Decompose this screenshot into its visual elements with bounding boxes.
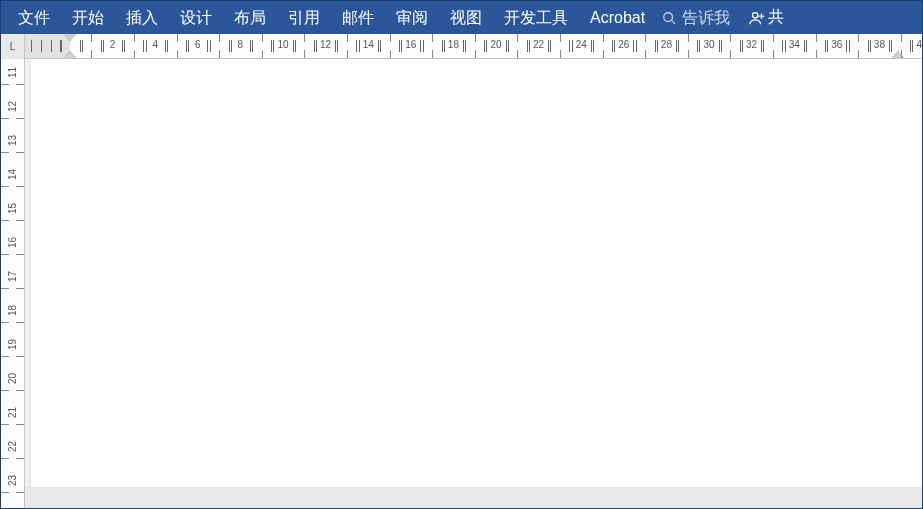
workspace: L 11121314151617181920212223 24681012141… (1, 34, 922, 509)
below-page-gap (25, 487, 922, 509)
vruler-number: 15 (7, 197, 18, 220)
vertical-ruler[interactable]: 11121314151617181920212223 (1, 59, 25, 509)
ruler-corner[interactable]: L (1, 34, 25, 59)
vruler-number: 18 (7, 299, 18, 322)
hruler-number: 26 (618, 39, 629, 50)
tab-developer[interactable]: 开发工具 (493, 1, 579, 34)
hruler-number: 22 (533, 39, 544, 50)
svg-point-2 (753, 12, 758, 17)
horizontal-ruler[interactable]: 246810121416182022242628303234363840 (25, 34, 922, 59)
person-plus-icon (748, 9, 766, 27)
document-page[interactable] (31, 59, 922, 487)
vruler-number: 20 (7, 367, 18, 390)
svg-point-0 (664, 12, 673, 21)
vertical-ruler-column: L 11121314151617181920212223 (1, 34, 25, 509)
tab-layout[interactable]: 布局 (223, 1, 277, 34)
vruler-number: 19 (7, 333, 18, 356)
tab-home[interactable]: 开始 (61, 1, 115, 34)
hruler-number: 38 (874, 39, 885, 50)
search-icon (662, 11, 676, 25)
hanging-indent-marker[interactable] (64, 51, 76, 58)
hruler-number: 28 (661, 39, 672, 50)
vruler-number: 11 (7, 61, 18, 84)
share-button[interactable]: 共 (742, 7, 790, 28)
tab-acrobat[interactable]: Acrobat (579, 1, 656, 34)
ribbon-tabs-bar: 文件 开始 插入 设计 布局 引用 邮件 审阅 视图 开发工具 Acrobat … (1, 1, 922, 34)
svg-line-1 (672, 20, 676, 24)
tab-mail[interactable]: 邮件 (331, 1, 385, 34)
vruler-number: 12 (7, 95, 18, 118)
hruler-number: 30 (703, 39, 714, 50)
hruler-number: 6 (195, 39, 201, 50)
hruler-number: 18 (448, 39, 459, 50)
hruler-number: 34 (789, 39, 800, 50)
vruler-number: 21 (7, 401, 18, 424)
first-line-indent-marker[interactable] (64, 34, 76, 41)
tell-me-input[interactable] (682, 9, 736, 27)
hruler-number: 32 (746, 39, 757, 50)
share-label: 共 (768, 7, 784, 28)
hruler-number: 16 (405, 39, 416, 50)
vertical-scrollbar[interactable] (918, 84, 922, 509)
vruler-number: 13 (7, 129, 18, 152)
right-indent-marker[interactable] (892, 51, 904, 58)
tab-file[interactable]: 文件 (7, 1, 61, 34)
vruler-number: 22 (7, 435, 18, 458)
vruler-number: 16 (7, 231, 18, 254)
hruler-number: 10 (277, 39, 288, 50)
vruler-number: 17 (7, 265, 18, 288)
tab-view[interactable]: 视图 (439, 1, 493, 34)
hruler-number: 40 (916, 39, 922, 50)
hruler-number: 4 (152, 39, 158, 50)
hruler-number: 36 (831, 39, 842, 50)
hruler-number: 2 (110, 39, 116, 50)
hruler-number: 12 (320, 39, 331, 50)
tell-me-search[interactable] (656, 9, 742, 27)
tab-design[interactable]: 设计 (169, 1, 223, 34)
vruler-number: 23 (7, 469, 18, 492)
hruler-number: 8 (238, 39, 244, 50)
vruler-number: 14 (7, 163, 18, 186)
tab-references[interactable]: 引用 (277, 1, 331, 34)
hruler-number: 14 (363, 39, 374, 50)
tab-review[interactable]: 审阅 (385, 1, 439, 34)
main-column: 246810121416182022242628303234363840 (25, 34, 922, 509)
hruler-number: 20 (490, 39, 501, 50)
document-scroll-area[interactable] (25, 59, 922, 509)
hruler-number: 24 (576, 39, 587, 50)
tab-insert[interactable]: 插入 (115, 1, 169, 34)
